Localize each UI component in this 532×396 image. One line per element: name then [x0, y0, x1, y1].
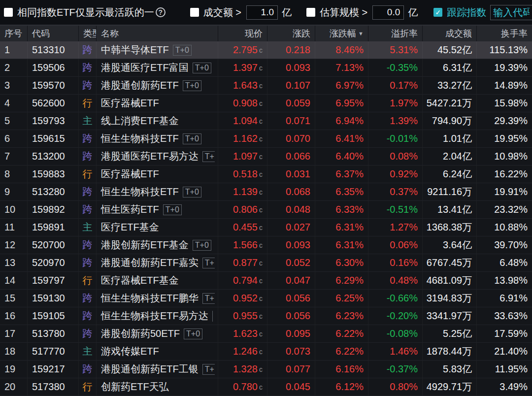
table-row[interactable]: 10159892跨恒生医药ETFT+00.806c0.0486.33%-0.51…: [0, 201, 532, 219]
type-cell: 跨: [79, 59, 97, 76]
name-cell: 恒生生物科技ETF易方达: [97, 307, 218, 325]
price-suffix: c: [259, 153, 263, 161]
turnover-cell: 1878.44万: [423, 343, 477, 360]
table-row[interactable]: 16159105跨恒生生物科技ETF易方达0.955c0.0566.23%-0.…: [0, 307, 532, 325]
price-cell: 1.566c: [218, 236, 267, 254]
turnover-rate-cell: 6.48%: [477, 254, 532, 271]
code-cell: 520970: [28, 254, 79, 271]
turnover-rate-cell: 14.89%: [477, 77, 532, 94]
turnover-threshold-input[interactable]: [246, 5, 278, 20]
table-row[interactable]: 3159570跨港股通创新药ETFT+01.643c0.1076.97%0.17…: [0, 77, 532, 95]
change-pct-cell: 6.16%: [315, 361, 368, 378]
tracking-index-checkbox[interactable]: ✓: [433, 8, 442, 17]
table-row[interactable]: 5159793主线上消费ETF基金1.094c0.0716.94%1.39%79…: [0, 112, 532, 130]
fund-name: 恒生生物科技ETF鹏华: [101, 292, 199, 305]
fund-name: 港股创新药50ETF: [101, 327, 180, 340]
change-cell: 0.056: [267, 290, 315, 307]
price-suffix: c: [259, 117, 263, 125]
fund-type-badge: 行: [83, 167, 93, 181]
price-value: 0.806: [233, 204, 258, 215]
fund-type-badge: 跨: [83, 238, 93, 252]
unique-index-checkbox[interactable]: [4, 8, 13, 17]
premium-cell: -0.37%: [368, 361, 423, 378]
seq-cell: 16: [0, 307, 28, 325]
code-cell: 159130: [28, 290, 79, 307]
price-suffix: c: [259, 365, 263, 373]
price-suffix: c: [259, 330, 263, 338]
premium-cell: 0.06%: [368, 236, 423, 254]
price-value: 1.397: [233, 62, 258, 73]
column-header-label: 名称: [101, 28, 119, 39]
table-row[interactable]: 1513310跨中韩半导体ETFT+02.795c0.2188.46%5.31%…: [0, 41, 532, 59]
turnover-rate-cell: 6.91%: [477, 290, 532, 307]
table-row[interactable]: 15159130跨恒生生物科技ETF鹏华T+0.952c0.0566.25%-0…: [0, 290, 532, 307]
code-cell: 159105: [28, 307, 79, 325]
price-value: 1.328: [233, 363, 258, 375]
table-row[interactable]: 11159891主医疗ETF基金0.455c0.0276.31%1.27%136…: [0, 219, 532, 236]
table-row[interactable]: 13520970跨港股通创新药ETF嘉实T+0.877c0.0526.30%0.…: [0, 254, 532, 272]
fund-type-badge: 跨: [83, 292, 93, 305]
price-value: 2.795: [233, 44, 258, 56]
price-suffix: c: [259, 383, 263, 391]
price-suffix: c: [259, 206, 263, 214]
column-header-change-pct[interactable]: 涨跌幅▼: [315, 26, 368, 41]
column-header-seq[interactable]: 序号: [0, 26, 28, 41]
t0-badge: T+0: [163, 204, 182, 215]
fund-name: 恒生生物科技ETF易方达: [101, 309, 208, 323]
turnover-rate-cell: 10.98%: [477, 148, 532, 165]
price-cell: 1.246c: [218, 343, 267, 360]
t0-badge: [212, 311, 213, 322]
column-header-type[interactable]: 类型: [79, 26, 97, 41]
turnover-rate-cell: 115.13%: [477, 41, 532, 59]
table-row[interactable]: 7513200跨港股通医药ETF易方达T+1.097c0.0666.40%0.0…: [0, 148, 532, 165]
fund-name: 港股创新药ETF基金: [101, 238, 189, 252]
table-row[interactable]: 4562600行医疗器械ETF0.908c0.0596.95%1.97%5427…: [0, 95, 532, 112]
table-row[interactable]: 12520700跨港股创新药ETF基金T+01.566c0.0936.31%0.…: [0, 236, 532, 254]
type-cell: 行: [79, 95, 97, 112]
seq-cell: 2: [0, 59, 28, 76]
table-row[interactable]: 17513780跨港股创新药50ETFT+01.623c0.0956.22%-0…: [0, 325, 532, 343]
scale-threshold-input[interactable]: [372, 5, 404, 20]
price-value: 0.518: [233, 168, 258, 180]
price-suffix: c: [259, 295, 263, 302]
change-pct-cell: 6.12%: [315, 378, 368, 396]
column-header-code[interactable]: 代码: [28, 26, 79, 41]
scale-filter-checkbox[interactable]: [306, 8, 315, 17]
table-row[interactable]: 6159615跨恒生生物科技ETFT+01.162c0.0706.41%-0.0…: [0, 130, 532, 148]
column-header-name[interactable]: 名称: [97, 26, 218, 41]
turnover-cell: 3341.97万: [423, 307, 477, 325]
column-header-label: 成交额: [445, 28, 472, 39]
turnover-cell: 6.31亿: [423, 59, 477, 76]
table-row[interactable]: 20517380行创新药ETF天弘0.780c0.0456.12%0.80%49…: [0, 378, 532, 396]
table-row[interactable]: 2159506跨港股通医疗ETF富国T+01.397c0.0937.13%-0.…: [0, 59, 532, 77]
name-cell: 中韩半导体ETFT+0: [97, 41, 218, 59]
column-header-price[interactable]: 现价: [218, 26, 267, 41]
table-row[interactable]: 8159883行医疗器械ETF0.518c0.0316.37%0.92%6.24…: [0, 165, 532, 183]
table-row[interactable]: 19159217跨港股通创新药ETF工银T+1.328c0.0776.16%-0…: [0, 361, 532, 378]
turnover-cell: 5.83亿: [423, 361, 477, 378]
turnover-rate-cell: 19.91%: [477, 183, 532, 200]
turnover-filter-checkbox[interactable]: [190, 8, 199, 17]
price-suffix: c: [259, 224, 263, 231]
change-pct-cell: 6.29%: [315, 272, 368, 289]
column-header-turnover-rate[interactable]: 换手率: [477, 26, 532, 41]
unique-index-label: 相同指数ETF仅显示最活跃的一: [17, 6, 154, 19]
fund-name: 医疗ETF基金: [101, 221, 159, 234]
fund-name: 中韩半导体ETF: [101, 43, 169, 57]
column-header-change[interactable]: 涨跌: [267, 26, 315, 41]
table-row[interactable]: 18517770主游戏传媒ETF1.246c0.0736.22%1.46%187…: [0, 343, 532, 361]
help-icon[interactable]: ?: [156, 7, 166, 17]
premium-cell: -0.20%: [368, 307, 423, 325]
seq-cell: 11: [0, 219, 28, 236]
column-header-premium[interactable]: 溢折率: [368, 26, 423, 41]
turnover-cell: 5.25亿: [423, 325, 477, 342]
premium-cell: 0.08%: [368, 148, 423, 165]
column-header-label: 换手率: [501, 28, 528, 39]
table-row[interactable]: 14159797行医疗器械ETF基金0.794c0.0476.29%0.48%4…: [0, 272, 532, 290]
change-cell: 0.218: [267, 41, 315, 59]
seq-cell: 15: [0, 290, 28, 307]
premium-cell: 0.48%: [368, 272, 423, 289]
column-header-turnover[interactable]: 成交额: [423, 26, 477, 41]
table-row[interactable]: 9513280跨恒生生物科技ETFT+01.139c0.0686.35%0.37…: [0, 183, 532, 201]
index-code-input[interactable]: [490, 5, 532, 20]
